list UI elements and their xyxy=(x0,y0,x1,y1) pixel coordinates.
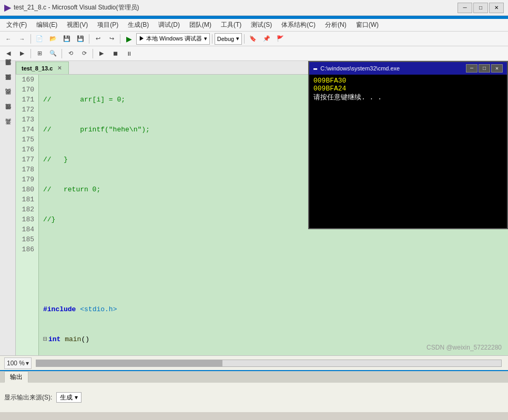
output-show-label: 显示输出来源(S): xyxy=(4,393,52,402)
cmd-icon: ▬ xyxy=(313,65,317,72)
cmd-minimize-btn[interactable]: ─ xyxy=(466,64,477,73)
menu-window[interactable]: 窗口(W) xyxy=(352,19,383,31)
tb2-btn7[interactable]: ▶ xyxy=(95,48,108,59)
ln-182: 182 xyxy=(18,204,36,214)
code-line-177: ⊟int main() xyxy=(43,334,504,344)
config-label: Debug xyxy=(217,36,234,42)
code-line-174 xyxy=(43,244,504,254)
ln-180: 180 xyxy=(18,185,36,194)
ln-181: 181 xyxy=(18,194,36,204)
toolbar-bookmark-btn[interactable]: 🔖 xyxy=(247,33,259,45)
tb2-btn1[interactable]: ◀ xyxy=(2,48,15,59)
menu-bar: 文件(F) 编辑(E) 视图(V) 项目(P) 生成(B) 调试(D) 团队(M… xyxy=(0,19,508,32)
toolbar-save-all-btn[interactable]: 💾 xyxy=(74,33,87,45)
menu-view[interactable]: 视图(V) xyxy=(63,19,92,31)
sidebar-item-solution-explorer[interactable]: 解决方案资源管理器 xyxy=(1,63,15,77)
menu-team[interactable]: 团队(M) xyxy=(185,19,216,31)
zoom-dropdown[interactable]: 100 % ▾ xyxy=(4,357,32,369)
output-tab[interactable]: 输出 xyxy=(4,371,28,383)
status-zoom-bar: 100 % ▾ xyxy=(0,355,508,370)
ln-173: 173 xyxy=(18,115,36,125)
sidebar-item-property-manager[interactable]: 属性管理器 xyxy=(1,107,15,121)
menu-tools[interactable]: 工具(T) xyxy=(217,19,246,31)
h-scrollbar[interactable] xyxy=(36,360,502,367)
sep3 xyxy=(120,34,120,44)
menu-project[interactable]: 项目(P) xyxy=(93,19,123,31)
cmd-close-btn[interactable]: ✕ xyxy=(491,64,503,73)
sep8 xyxy=(93,49,93,58)
menu-arch[interactable]: 体系结构(C) xyxy=(277,19,320,31)
h-scrollbar-thumb[interactable] xyxy=(36,360,222,366)
cmd-title-bar: ▬ C:\windows\system32\cmd.exe ─ □ ✕ xyxy=(309,62,507,75)
code-line-176: #include <stdio.h> xyxy=(43,304,504,314)
title-bar: ▶ test_21_8.c - Microsoft Visual Studio(… xyxy=(0,0,508,16)
debug-target-arrow: ▾ xyxy=(204,35,207,42)
config-arrow: ▾ xyxy=(236,35,239,42)
menu-build[interactable]: 生成(B) xyxy=(124,19,153,31)
output-source-dropdown[interactable]: 生成 ▾ xyxy=(56,392,82,403)
main-area: 解决方案资源管理器 团队资源管理器 类视图 属性管理器 工具箱 test_8_1… xyxy=(0,61,508,355)
tb2-btn3[interactable]: ⊞ xyxy=(33,48,46,59)
activity-bar: 解决方案资源管理器 团队资源管理器 类视图 属性管理器 工具箱 xyxy=(0,61,16,355)
zoom-arrow: ▾ xyxy=(26,360,29,367)
tab-test-8-13[interactable]: test_8_13.c ✕ xyxy=(16,62,69,74)
sep6 xyxy=(31,49,31,58)
toolbar-new-btn[interactable]: 📄 xyxy=(33,33,46,45)
maximize-button[interactable]: □ xyxy=(473,3,488,13)
line-numbers: 169 170 171 172 173 174 175 176 177 178 … xyxy=(16,75,39,355)
toolbar-forward-btn[interactable]: → xyxy=(16,33,28,45)
toolbar-back-btn[interactable]: ← xyxy=(2,33,15,45)
tb2-btn9[interactable]: ⏸ xyxy=(123,48,135,59)
ln-171: 171 xyxy=(18,95,36,105)
close-button[interactable]: ✕ xyxy=(489,3,504,13)
ln-169: 169 xyxy=(18,75,36,85)
menu-edit[interactable]: 编辑(E) xyxy=(32,19,62,31)
code-line-175 xyxy=(43,274,504,284)
menu-test[interactable]: 测试(S) xyxy=(247,19,276,31)
tb2-btn5[interactable]: ⟲ xyxy=(64,48,77,59)
ln-184: 184 xyxy=(18,224,36,234)
toolbar-save-btn[interactable]: 💾 xyxy=(60,33,73,45)
ln-172: 172 xyxy=(18,105,36,115)
menu-debug[interactable]: 调试(D) xyxy=(154,19,184,31)
cmd-title-text: C:\windows\system32\cmd.exe xyxy=(320,65,463,71)
cmd-line2: 009BFA24 xyxy=(313,85,503,93)
toolbar-redo-btn[interactable]: ↪ xyxy=(105,33,118,45)
sep5 xyxy=(244,34,245,44)
ln-178: 178 xyxy=(18,165,36,175)
toolbar-pin-btn[interactable]: 📌 xyxy=(260,33,273,45)
toolbar-open-btn[interactable]: 📂 xyxy=(47,33,59,45)
menu-file[interactable]: 文件(F) xyxy=(2,19,31,31)
output-content: 显示输出来源(S): 生成 ▾ xyxy=(0,383,508,412)
ln-175: 175 xyxy=(18,135,36,145)
window-title: test_21_8.c - Microsoft Visual Studio(管理… xyxy=(14,3,454,12)
ln-174: 174 xyxy=(18,125,36,135)
tab-close-btn[interactable]: ✕ xyxy=(56,65,63,72)
toolbar-1: ← → 📄 📂 💾 💾 ↩ ↪ ▶ ▶ 本地 Windows 调试器 ▾ Deb… xyxy=(0,32,508,46)
tb2-btn6[interactable]: ⟳ xyxy=(78,48,90,59)
config-dropdown[interactable]: Debug ▾ xyxy=(215,33,242,45)
toolbar-flag-btn[interactable]: 🚩 xyxy=(274,33,287,45)
ln-186: 186 xyxy=(18,244,36,254)
menu-analyze[interactable]: 分析(N) xyxy=(321,19,351,31)
minimize-button[interactable]: ─ xyxy=(458,3,472,13)
vs-logo: ▶ xyxy=(4,3,11,13)
tb2-btn8[interactable]: ◼ xyxy=(109,48,121,59)
toolbar-undo-btn[interactable]: ↩ xyxy=(92,33,104,45)
sidebar-item-toolbox[interactable]: 工具箱 xyxy=(1,122,15,136)
window-controls: ─ □ ✕ xyxy=(458,3,504,13)
sep2 xyxy=(89,34,89,44)
tb2-btn2[interactable]: ▶ xyxy=(16,48,28,59)
sep1 xyxy=(31,34,31,44)
sidebar-item-team-explorer[interactable]: 团队资源管理器 xyxy=(1,78,15,91)
output-tab-bar: 输出 xyxy=(0,370,508,383)
sidebar-item-class-view[interactable]: 类视图 xyxy=(1,93,15,106)
cmd-window[interactable]: ▬ C:\windows\system32\cmd.exe ─ □ ✕ 009B… xyxy=(308,61,508,229)
tb2-btn4[interactable]: 🔍 xyxy=(47,48,59,59)
watermark: CSDN @weixin_57222280 xyxy=(426,344,502,351)
cmd-content: 009BFA30 009BFA24 请按任意键继续. . . xyxy=(309,75,507,104)
cmd-maximize-btn[interactable]: □ xyxy=(479,64,490,73)
toolbar-run-btn[interactable]: ▶ xyxy=(123,33,135,45)
debug-target-dropdown[interactable]: ▶ 本地 Windows 调试器 ▾ xyxy=(136,33,210,45)
ln-185: 185 xyxy=(18,234,36,244)
